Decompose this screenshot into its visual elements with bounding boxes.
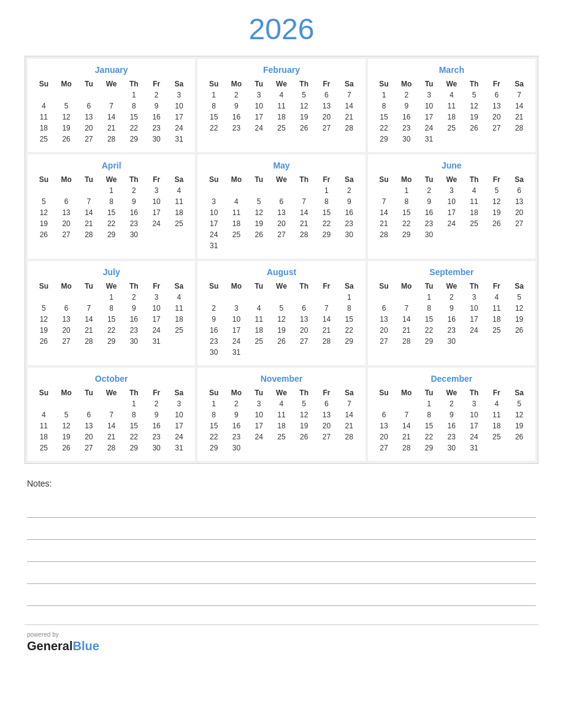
table-row: 6789101112 [373,409,530,420]
day-cell [315,442,338,453]
table-row: 13141516171819 [373,314,530,325]
day-cell: 23 [395,123,418,134]
day-cell: 28 [78,229,101,240]
year-title: 2026 [25,12,538,46]
day-cell: 21 [293,218,315,229]
day-cell: 15 [418,420,440,431]
day-cell: 16 [123,207,145,218]
month-table-january: SuMoTuWeThFrSa12345678910111213141516171… [33,78,190,145]
day-cell: 3 [463,398,486,409]
day-cell: 21 [100,123,123,134]
day-cell: 9 [145,100,168,112]
day-header-Tu: Tu [248,281,270,292]
table-row: 891011121314 [373,100,530,112]
month-table-august: SuMoTuWeThFrSa12345678910111213141516171… [202,281,360,358]
day-cell: 1 [123,89,145,100]
day-cell: 11 [270,100,293,112]
day-cell: 18 [248,325,270,336]
table-row: 891011121314 [202,409,360,420]
day-cell: 12 [55,420,78,431]
day-cell: 6 [78,409,101,420]
day-cell: 31 [168,134,191,145]
day-cell: 19 [55,431,78,442]
table-row: 262728293031 [33,336,190,347]
day-cell: 12 [508,303,530,314]
day-cell: 11 [440,100,463,112]
day-header-Th: Th [463,78,486,89]
day-cell [293,347,315,358]
day-cell: 28 [508,123,530,134]
day-cell: 4 [33,100,55,112]
day-cell [270,442,293,453]
day-cell [440,134,463,145]
table-row: 123 [33,89,190,100]
day-cell: 12 [33,207,55,218]
table-row: 11121314151617 [33,112,190,123]
day-cell: 25 [463,218,486,229]
day-cell: 12 [55,112,78,123]
day-cell: 22 [418,431,440,442]
day-cell: 23 [440,431,463,442]
table-row: 10111213141516 [202,207,360,218]
day-header-Tu: Tu [248,387,270,398]
month-block-september: SeptemberSuMoTuWeThFrSa12345678910111213… [368,261,535,365]
day-cell: 30 [395,134,418,145]
day-cell: 14 [395,314,418,325]
day-header-Fr: Fr [315,387,338,398]
day-cell: 26 [33,336,55,347]
day-cell: 3 [440,185,463,196]
day-cell: 1 [418,292,440,303]
day-cell: 3 [225,303,248,314]
day-cell: 29 [395,229,418,240]
day-cell: 29 [123,134,145,145]
day-cell: 26 [55,442,78,453]
day-header-Fr: Fr [485,387,508,398]
day-cell: 19 [293,420,315,431]
day-cell: 6 [55,196,78,207]
day-cell: 30 [145,442,168,453]
day-cell: 17 [248,112,270,123]
day-cell: 7 [338,89,361,100]
day-cell: 2 [202,303,225,314]
day-cell [293,185,315,196]
day-cell: 26 [508,325,530,336]
day-header-Mo: Mo [395,174,418,185]
day-cell: 27 [373,442,396,453]
month-name-june: June [373,161,530,170]
day-cell: 26 [293,431,315,442]
day-header-Th: Th [293,78,315,89]
day-cell: 14 [338,409,361,420]
day-cell: 23 [145,123,168,134]
month-name-february: February [202,65,360,75]
day-header-Tu: Tu [248,174,270,185]
day-cell: 21 [338,112,361,123]
day-cell: 17 [248,420,270,431]
notes-section: Notes: [25,479,538,606]
calendar-grid: JanuarySuMoTuWeThFrSa1234567891011121314… [28,59,535,461]
day-cell: 20 [55,325,78,336]
day-cell: 18 [485,314,508,325]
day-header-Tu: Tu [418,78,440,89]
day-cell: 25 [248,336,270,347]
day-cell: 11 [270,409,293,420]
day-header-Su: Su [202,387,225,398]
day-header-Su: Su [373,387,396,398]
day-cell: 2 [440,398,463,409]
day-cell: 1 [315,185,338,196]
day-cell: 27 [270,229,293,240]
table-row: 22232425262728 [373,123,530,134]
table-row: 6789101112 [373,303,530,314]
powered-by-text: powered by [27,631,536,638]
day-cell: 26 [248,229,270,240]
day-cell: 11 [485,409,508,420]
day-cell [33,398,55,409]
day-cell: 7 [373,196,396,207]
day-cell: 9 [440,303,463,314]
day-cell: 8 [202,409,225,420]
day-cell: 8 [418,409,440,420]
day-cell: 1 [395,185,418,196]
day-cell: 14 [395,420,418,431]
day-cell: 17 [145,314,168,325]
day-cell [508,134,530,145]
day-cell [33,89,55,100]
